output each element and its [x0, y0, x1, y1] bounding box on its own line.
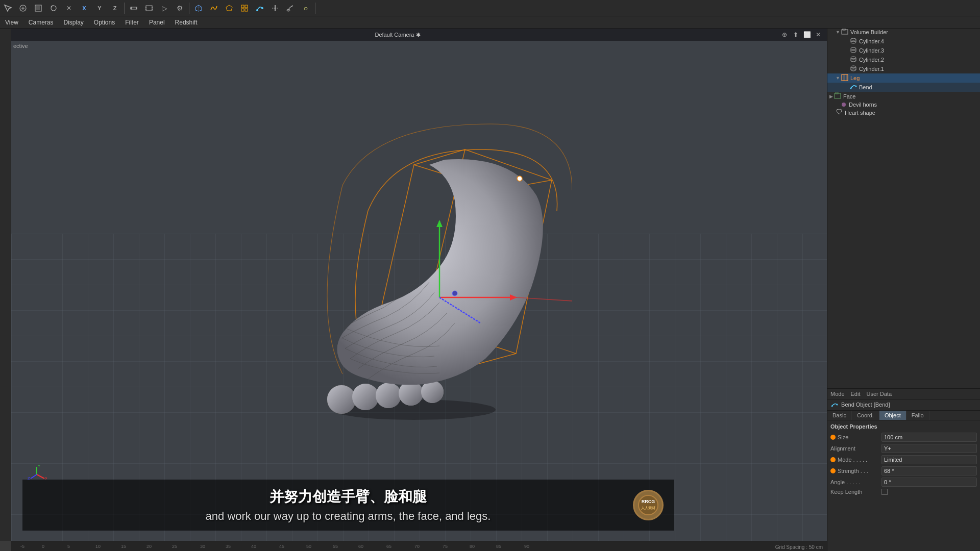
svg-point-73 [851, 66, 856, 68]
toolbar-btn-y[interactable]: Y [92, 1, 107, 15]
props-section-title: Object Properties [830, 423, 977, 430]
menu-panel[interactable]: Panel [144, 18, 170, 27]
prop-row-angle: Angle . . . . . 0 ° [830, 478, 977, 487]
3d-object-svg [266, 109, 572, 425]
3d-object-container [11, 44, 827, 490]
prop-value-strength[interactable]: 68 ° [881, 466, 977, 475]
properties-object-title: Bend Object [Bend] [827, 399, 980, 411]
top-toolbar: ✕ X Y Z ▷ ⚙ [0, 0, 980, 16]
prop-icon-mode [830, 457, 836, 462]
viewport-icon-close[interactable]: ✕ [814, 30, 823, 39]
toolbar-btn-z[interactable]: Z [108, 1, 122, 15]
svg-point-44 [452, 291, 457, 296]
svg-marker-40 [436, 220, 443, 227]
left-tools-panel [0, 29, 11, 541]
props-mode-userdata[interactable]: User Data [867, 391, 892, 397]
properties-tabs: Basic Coord. Object Fallo [827, 411, 980, 420]
toolbar-btn-move[interactable] [31, 1, 45, 15]
svg-line-52 [31, 474, 37, 479]
right-panel: File Edit View 📌 ⬆ ⬜ ✕ ▼ Volume Mesher ▼ [827, 0, 980, 551]
prop-checkbox-keeplength[interactable] [881, 489, 888, 495]
toolbar-btn-scale[interactable]: ✕ [62, 1, 76, 15]
toolbar-btn-select[interactable] [1, 1, 15, 15]
menu-filter[interactable]: Filter [120, 18, 144, 27]
tree-item-heart-shape[interactable]: Heart shape [827, 108, 980, 117]
tree-item-cylinder3[interactable]: Cylinder.3 [827, 46, 980, 55]
svg-rect-11 [145, 7, 146, 8]
viewport-icon-settings[interactable]: ⬜ [802, 30, 812, 39]
menu-bar: View Cameras Display Options Filter Pane… [0, 16, 980, 29]
toolbar-btn-settings[interactable]: ⚙ [173, 1, 187, 15]
svg-point-82 [855, 86, 857, 87]
svg-point-26 [327, 385, 356, 414]
svg-point-81 [850, 88, 852, 89]
props-tab-object[interactable]: Object [879, 411, 906, 420]
menu-options[interactable]: Options [89, 18, 120, 27]
svg-point-19 [256, 9, 258, 11]
svg-rect-18 [245, 9, 248, 11]
toolbar-btn-subdiv[interactable] [237, 1, 252, 15]
viewport-header: Default Camera ✱ ⊕ ⬆ ⬜ ✕ [11, 29, 827, 41]
svg-rect-15 [241, 5, 244, 8]
prop-icon-strength [830, 468, 836, 473]
toolbar-btn-add[interactable] [16, 1, 30, 15]
tree-item-cylinder2[interactable]: Cylinder.2 [827, 55, 980, 64]
menu-cameras[interactable]: Cameras [23, 18, 59, 27]
prop-value-mode[interactable]: Limited [881, 455, 977, 464]
menu-redshift[interactable]: Redshift [170, 18, 203, 27]
menu-view[interactable]: View [0, 18, 23, 27]
menu-display[interactable]: Display [58, 18, 88, 27]
props-tab-basic[interactable]: Basic [827, 411, 852, 420]
viewport-top-icons: ⊕ ⬆ ⬜ ✕ [780, 30, 823, 39]
toolbar-btn-film[interactable] [142, 1, 156, 15]
tree-item-devil-horns[interactable]: Devil horns [827, 101, 980, 108]
svg-point-28 [352, 384, 379, 410]
svg-point-64 [851, 41, 856, 43]
tree-item-bend[interactable]: Bend [827, 83, 980, 92]
prop-icon-size [830, 435, 836, 440]
svg-point-54 [639, 495, 658, 515]
props-tab-coord[interactable]: Coord. [852, 411, 879, 420]
toolbar-btn-cube[interactable] [191, 1, 206, 15]
tree-item-leg[interactable]: ▼ Leg [827, 73, 980, 83]
prop-row-mode: Mode . . . . . Limited [830, 455, 977, 464]
logo-watermark: RRCG 人人素材 [628, 485, 669, 525]
prop-row-size: Size 100 cm [830, 433, 977, 442]
tree-item-volume-builder[interactable]: ▼ Volume Builder [827, 28, 980, 37]
properties-panel: Mode Edit User Data Bend Object [Bend] B… [827, 388, 980, 551]
viewport-icon-lock[interactable]: ⊕ [780, 30, 789, 39]
tree-item-cylinder1[interactable]: Cylinder.1 [827, 64, 980, 73]
toolbar-btn-nurbs[interactable] [207, 1, 221, 15]
svg-line-50 [37, 474, 44, 479]
toolbar-btn-light[interactable]: ○ [299, 1, 313, 15]
toolbar-separator-2 [189, 3, 189, 14]
svg-rect-17 [241, 9, 244, 11]
svg-point-68 [851, 51, 856, 53]
prop-value-alignment[interactable]: Y+ [881, 444, 977, 453]
tree-item-cylinder4[interactable]: Cylinder.4 [827, 37, 980, 46]
prop-value-size[interactable]: 100 cm [881, 433, 977, 442]
svg-text:Y: Y [38, 464, 41, 468]
prop-value-angle[interactable]: 0 ° [881, 478, 977, 487]
main-viewport[interactable]: Default Camera ✱ ⊕ ⬆ ⬜ ✕ ective [11, 29, 827, 541]
props-mode-edit[interactable]: Edit [851, 391, 861, 397]
toolbar-btn-play[interactable]: ▷ [157, 1, 172, 15]
viewport-icon-expand[interactable]: ⬆ [791, 30, 800, 39]
tree-item-face[interactable]: ▶ Face [827, 92, 980, 101]
toolbar-btn-poly[interactable] [222, 1, 236, 15]
props-mode-mode[interactable]: Mode [830, 391, 845, 397]
axis-indicator: Y X Z [27, 464, 47, 485]
viewport-camera-label: Default Camera ✱ [375, 32, 420, 38]
toolbar-separator-3 [315, 3, 315, 14]
toolbar-btn-brush[interactable] [283, 1, 298, 15]
toolbar-btn-rotate[interactable] [46, 1, 61, 15]
toolbar-btn-transform[interactable] [127, 1, 141, 15]
props-tab-fallo[interactable]: Fallo [906, 411, 929, 420]
properties-mode-bar: Mode Edit User Data [827, 389, 980, 399]
toolbar-btn-x[interactable]: X [77, 1, 91, 15]
toolbar-btn-field[interactable] [268, 1, 282, 15]
svg-point-65 [851, 47, 856, 49]
svg-rect-10 [146, 6, 152, 11]
toolbar-btn-deform[interactable] [253, 1, 267, 15]
scene-tree: ▼ Volume Mesher ▼ Volume Builder [827, 16, 980, 388]
